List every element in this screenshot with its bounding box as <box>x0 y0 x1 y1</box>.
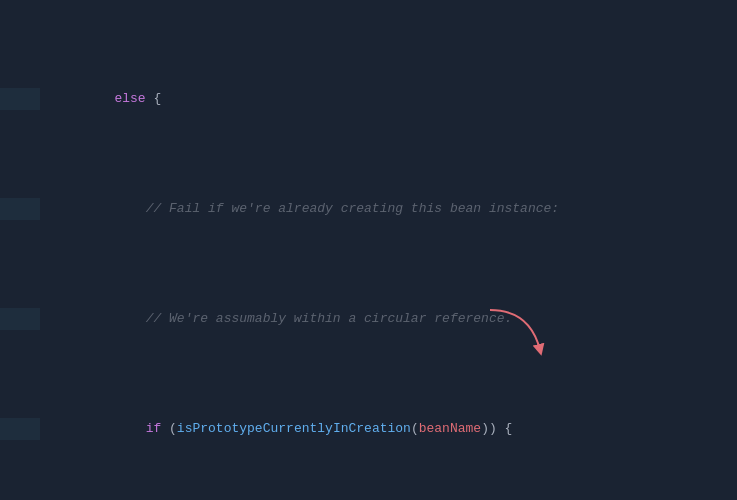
line-gutter <box>0 418 40 440</box>
keyword-if: if <box>146 421 162 436</box>
line-gutter <box>0 88 40 110</box>
line-gutter <box>0 198 40 220</box>
comment-fail: // Fail if we're already creating this b… <box>114 201 559 216</box>
code-line-2: // Fail if we're already creating this b… <box>0 198 737 220</box>
line-content: if (isPrototypeCurrentlyInCreation(beanN… <box>40 396 737 462</box>
line-content: // We're assumably within a circular ref… <box>40 286 737 352</box>
keyword-else: else <box>114 91 145 106</box>
fn-isprototype: isPrototypeCurrentlyInCreation <box>177 421 411 436</box>
punct: ( <box>161 421 177 436</box>
code-line-3: // We're assumably within a circular ref… <box>0 308 737 330</box>
punct: )) { <box>481 421 512 436</box>
var-beanname: beanName <box>419 421 481 436</box>
line-content: // Fail if we're already creating this b… <box>40 176 737 242</box>
code-block: else { // Fail if we're already creating… <box>0 0 737 500</box>
code-line-1: else { <box>0 88 737 110</box>
code-editor: else { // Fail if we're already creating… <box>0 0 737 500</box>
code-line-4: if (isPrototypeCurrentlyInCreation(beanN… <box>0 418 737 440</box>
comment-circular: // We're assumably within a circular ref… <box>114 311 512 326</box>
line-gutter <box>0 308 40 330</box>
indent <box>114 421 145 436</box>
line-content: else { <box>40 66 737 132</box>
punct: ( <box>411 421 419 436</box>
punct-brace: { <box>146 91 162 106</box>
